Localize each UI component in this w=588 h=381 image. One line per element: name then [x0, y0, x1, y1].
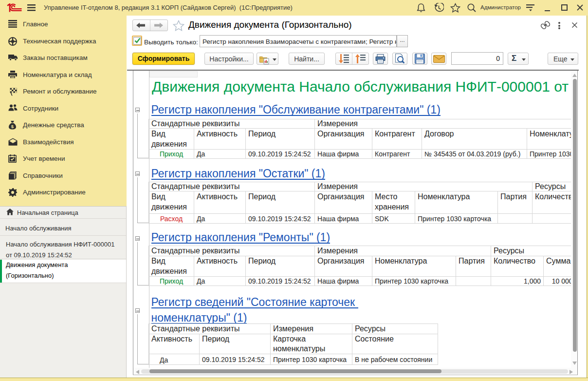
svg-text:$: $ — [11, 124, 14, 129]
